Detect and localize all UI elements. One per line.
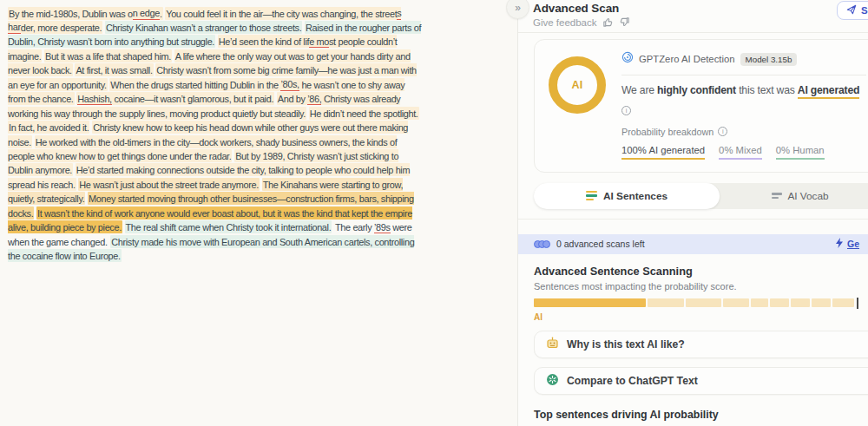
probability-breakdown-label: Probability breakdown <box>621 127 713 137</box>
breakdown-human: 0% Human <box>776 145 825 160</box>
tab-ai-sentences[interactable]: AI Sentences <box>534 183 720 209</box>
share-button[interactable]: Sh <box>837 1 868 20</box>
sentence-low[interactable]: Hashish, cocaine—it wasn’t glamorous, bu… <box>76 92 274 105</box>
ai-probability-gauge: AI <box>549 56 606 114</box>
bar-segment-light[interactable] <box>812 298 831 307</box>
section-title: Advanced Sentence Scanning <box>534 265 868 278</box>
scans-left-banner: 0 advanced scans left Ge <box>518 234 868 254</box>
sentence-low[interactable]: At first, it was small. <box>75 63 153 76</box>
grammar-mark: Hashish, <box>77 94 112 106</box>
document-text: By the mid-1980s, Dublin was on edge. Yo… <box>8 6 423 263</box>
bar-axis-label: AI <box>534 312 868 322</box>
compare-chatgpt-button[interactable]: Compare to ChatGPT Text <box>534 367 868 395</box>
sentence-impact-bar[interactable] <box>534 298 858 309</box>
info-icon[interactable]: i <box>718 127 727 136</box>
brand-name: GPTZero AI Detection <box>639 54 735 64</box>
divider <box>518 219 868 220</box>
why-ai-like-button[interactable]: Why is this text AI like? <box>534 331 868 358</box>
verdict-text: We are highly confident this text was AI… <box>621 83 866 99</box>
sentence-human[interactable]: The real shift came when Christy took it… <box>125 220 332 233</box>
bar-end-tick <box>857 298 858 309</box>
detection-result-card: AI GPTZero AI Detection Model 3.15b We a… <box>534 39 868 173</box>
bar-segment-light[interactable] <box>770 298 790 307</box>
ai-sentences-icon <box>586 191 597 201</box>
panel-header: Advanced Scan Give feedback Sh <box>518 0 868 33</box>
grammar-mark: ’86, <box>307 94 321 106</box>
tab-ai-vocab[interactable]: AI Vocab <box>720 190 868 202</box>
section-subtitle: Sentences most impacting the probability… <box>534 281 868 292</box>
breakdown-mixed: 0% Mixed <box>719 145 762 160</box>
sentence-low[interactable]: But it was a life that shaped him. <box>44 49 172 62</box>
sentence-human[interactable]: Christy Kinahan wasn’t a stranger to tho… <box>105 21 303 34</box>
lightning-bolt-icon <box>835 238 844 250</box>
scan-credits-icon <box>534 240 550 248</box>
sentence-low2[interactable]: He wasn’t just about the street trade an… <box>78 178 260 191</box>
model-badge: Model 3.15b <box>740 53 798 66</box>
breakdown-ai: 100% AI generated <box>621 145 705 160</box>
grammar-mark: e mo <box>309 36 329 49</box>
info-icon[interactable]: i <box>621 106 631 115</box>
sentence-low[interactable]: By the mid-1980s, Dublin was on edge. <box>8 7 163 20</box>
results-tab-bar: AI Sentences AI Vocab <box>534 183 868 209</box>
gauge-label: AI <box>571 79 582 91</box>
bar-segment-light[interactable] <box>751 298 768 307</box>
grammar-mark: ’89s <box>374 222 391 234</box>
bar-segment-light[interactable] <box>832 298 854 307</box>
paper-plane-icon <box>846 4 857 16</box>
grammar-mark: ’80s, <box>280 79 299 91</box>
top-sentences-title: Top sentences driving AI probability <box>534 409 868 421</box>
get-more-scans-link[interactable]: Ge <box>835 238 859 250</box>
advanced-scan-panel: » Advanced Scan Give feedback Sh AI <box>517 0 868 426</box>
bar-segment-dark[interactable] <box>534 298 646 307</box>
sentence-low[interactable]: In fact, he avoided it. <box>8 121 89 134</box>
chatgpt-logo-icon <box>546 373 559 389</box>
panel-title: Advanced Scan <box>533 2 868 15</box>
gptzero-logo-icon <box>621 51 634 67</box>
give-feedback-label: Give feedback <box>533 17 597 28</box>
sentence-low[interactable]: He didn’t need the spotlight. <box>309 107 419 120</box>
ai-generated-highlight: AI generated <box>798 84 859 99</box>
bar-segment-light[interactable] <box>686 298 721 307</box>
ai-vocab-icon <box>772 193 782 199</box>
thumbs-up-icon[interactable] <box>602 16 614 28</box>
bar-segment-light[interactable] <box>648 298 684 307</box>
thumbs-down-icon[interactable] <box>619 16 630 28</box>
share-label: Sh <box>861 5 868 16</box>
probability-breakdown: 100% AI generated 0% Mixed 0% Human <box>621 145 866 160</box>
sentence-scanning-section: Advanced Sentence Scanning Sentences mos… <box>518 265 868 322</box>
document-pane: By the mid-1980s, Dublin was on edge. Yo… <box>0 0 517 426</box>
grammar-mark: n edge <box>133 8 160 20</box>
scans-left-text: 0 advanced scans left <box>556 239 645 249</box>
bar-segment-light[interactable] <box>791 298 810 307</box>
bar-segment-light[interactable] <box>723 298 749 307</box>
robot-icon <box>546 337 559 352</box>
